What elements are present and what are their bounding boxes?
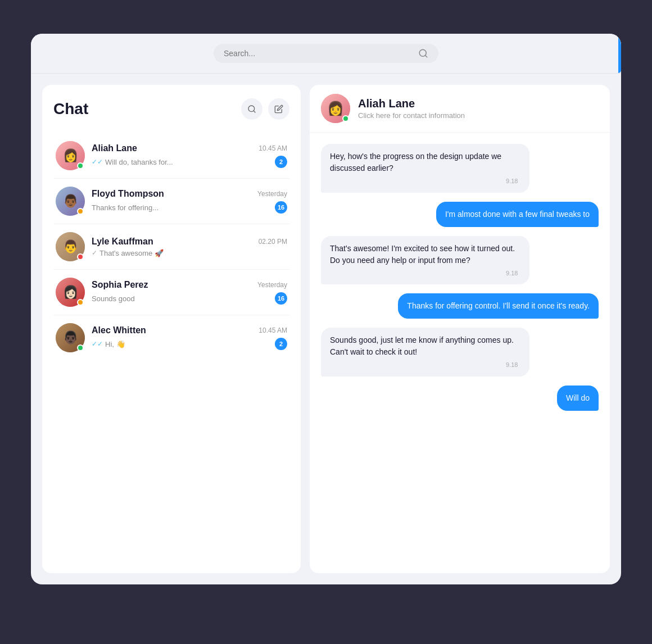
chat-panel: Chat (42, 85, 301, 573)
contact-name-alec: Alec Whitten (92, 325, 146, 335)
search-button[interactable] (241, 98, 262, 120)
single-check-lyle: ✓ (92, 249, 97, 257)
message-2: I'm almost done with a few final tweaks … (436, 202, 599, 227)
detail-contact-subtitle: Click here for contact information (358, 111, 599, 120)
chat-time-aliah: 10.45 AM (259, 144, 287, 152)
header-icons (241, 98, 289, 120)
chat-panel-header: Chat (53, 98, 289, 120)
search-bar[interactable] (214, 44, 438, 63)
status-dot-sophia (77, 299, 84, 306)
contact-name-floyd: Floyd Thompson (92, 189, 164, 199)
badge-aliah: 2 (275, 156, 287, 168)
chat-item-aliah[interactable]: 👩 Aliah Lane 10.45 AM ✓✓ Will do, tah (53, 133, 289, 179)
avatar-wrapper-alec: 👨🏿 (56, 323, 85, 352)
avatar-wrapper-lyle: 👨 (56, 232, 85, 261)
last-message-sophia: Sounds good (92, 294, 135, 303)
chat-item-top-lyle: Lyle Kauffman 02.20 PM (92, 237, 287, 247)
svg-line-3 (253, 111, 255, 112)
svg-line-1 (425, 55, 427, 57)
chat-item-lyle[interactable]: 👨 Lyle Kauffman 02.20 PM ✓ That's awe (53, 224, 289, 270)
chat-info-sophia: Sophia Perez Yesterday Sounds good 16 (92, 280, 287, 305)
chat-item-top-floyd: Floyd Thompson Yesterday (92, 189, 287, 199)
status-dot-aliah (77, 162, 84, 169)
bubble-received-5: Sounds good, just let me know if anythin… (321, 328, 529, 377)
badge-sophia: 16 (275, 292, 287, 305)
detail-contact-name: Aliah Lane (358, 97, 599, 110)
bubble-received-3: That's awesome! I'm excited to see how i… (321, 236, 529, 285)
message-3: That's awesome! I'm excited to see how i… (321, 236, 529, 285)
main-content: Chat (31, 74, 621, 584)
chat-item-top-sophia: Sophia Perez Yesterday (92, 280, 287, 290)
contact-name-aliah: Aliah Lane (92, 143, 137, 153)
chat-item-bottom-sophia: Sounds good 16 (92, 292, 287, 305)
compose-icon (274, 105, 283, 114)
search-input[interactable] (224, 49, 413, 58)
contact-name-lyle: Lyle Kauffman (92, 237, 153, 247)
blue-accent (618, 34, 621, 73)
chat-item-top-alec: Alec Whitten 10.45 AM (92, 325, 287, 335)
search-icon (418, 48, 428, 58)
chat-item-bottom-alec: ✓✓ Hi, 👋 2 (92, 338, 287, 350)
bubble-sent-2: I'm almost done with a few final tweaks … (436, 202, 599, 227)
chat-info-aliah: Aliah Lane 10.45 AM ✓✓ Will do, tahanks … (92, 143, 287, 168)
chat-info-alec: Alec Whitten 10.45 AM ✓✓ Hi, 👋 2 (92, 325, 287, 350)
chat-time-alec: 10.45 AM (259, 326, 287, 334)
chat-list: 👩 Aliah Lane 10.45 AM ✓✓ Will do, tah (53, 133, 289, 360)
avatar-wrapper-sophia: 👩🏻 (56, 278, 85, 307)
compose-button[interactable] (268, 98, 289, 120)
chat-item-floyd[interactable]: 👨🏾 Floyd Thompson Yesterday Thanks for o… (53, 179, 289, 224)
status-dot-floyd (77, 208, 84, 215)
msg-time-1: 9.18 (330, 176, 520, 186)
chat-time-floyd: Yesterday (257, 190, 287, 198)
chat-item-alec[interactable]: 👨🏿 Alec Whitten 10.45 AM ✓✓ Hi, 👋 (53, 315, 289, 360)
chat-info-floyd: Floyd Thompson Yesterday Thanks for offe… (92, 189, 287, 214)
message-4: Thanks for offering control. I'll send i… (398, 293, 599, 319)
chat-info-lyle: Lyle Kauffman 02.20 PM ✓ That's awesome … (92, 237, 287, 257)
bubble-sent-6: Will do (557, 386, 599, 411)
chat-item-bottom-aliah: ✓✓ Will do, tahanks for... 2 (92, 156, 287, 168)
double-check-aliah: ✓✓ (92, 158, 103, 166)
chat-item-sophia[interactable]: 👩🏻 Sophia Perez Yesterday Sounds good 16 (53, 270, 289, 315)
messages-area: Hey, how's the progress on the design up… (310, 133, 610, 573)
status-dot-lyle (77, 253, 84, 260)
chat-time-lyle: 02.20 PM (259, 238, 287, 246)
chat-detail-panel: 👩 Aliah Lane Click here for contact info… (310, 85, 610, 573)
last-message-alec: ✓✓ Hi, 👋 (92, 340, 125, 348)
chat-title: Chat (53, 100, 88, 118)
double-check-alec: ✓✓ (92, 340, 103, 348)
chat-detail-header[interactable]: 👩 Aliah Lane Click here for contact info… (310, 85, 610, 133)
status-dot-alec (77, 344, 84, 351)
message-6: Will do (557, 386, 599, 411)
last-message-floyd: Thanks for offering... (92, 203, 159, 212)
bubble-received-1: Hey, how's the progress on the design up… (321, 144, 529, 193)
msg-time-5: 9.18 (330, 360, 520, 370)
message-5: Sounds good, just let me know if anythin… (321, 328, 529, 377)
detail-info: Aliah Lane Click here for contact inform… (358, 97, 599, 120)
bubble-sent-4: Thanks for offering control. I'll send i… (398, 293, 599, 319)
last-message-lyle: ✓ That's awesome 🚀 (92, 249, 164, 257)
detail-avatar: 👩 (321, 94, 350, 123)
chat-item-top-aliah: Aliah Lane 10.45 AM (92, 143, 287, 153)
badge-floyd: 16 (275, 201, 287, 214)
avatar-wrapper-aliah: 👩 (56, 141, 85, 170)
app-container: Chat (31, 34, 621, 584)
avatar-wrapper-floyd: 👨🏾 (56, 187, 85, 216)
chat-item-bottom-floyd: Thanks for offering... 16 (92, 201, 287, 214)
contact-name-sophia: Sophia Perez (92, 280, 148, 290)
badge-alec: 2 (275, 338, 287, 350)
last-message-aliah: ✓✓ Will do, tahanks for... (92, 158, 173, 166)
chat-time-sophia: Yesterday (257, 281, 287, 289)
message-1: Hey, how's the progress on the design up… (321, 144, 529, 193)
search-icon-btn (247, 105, 256, 114)
top-bar (31, 34, 621, 74)
detail-status-dot (342, 115, 349, 122)
chat-item-bottom-lyle: ✓ That's awesome 🚀 (92, 249, 287, 257)
msg-time-3: 9.18 (330, 269, 520, 278)
